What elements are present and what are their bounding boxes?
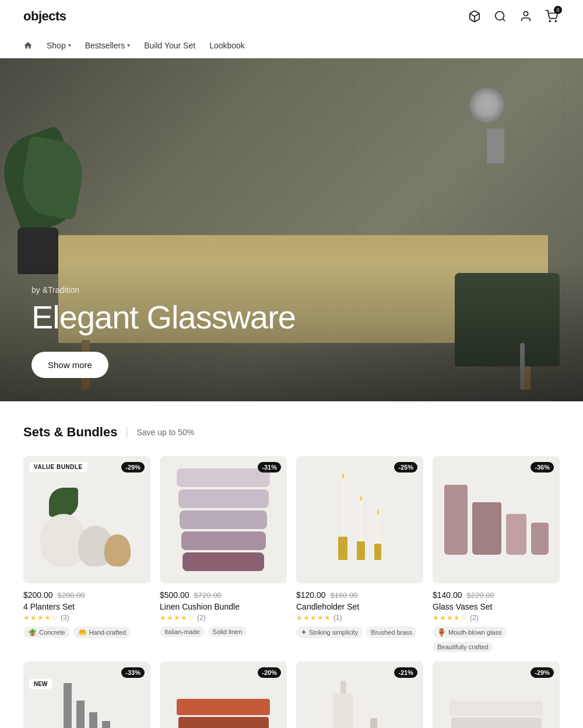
user-icon[interactable] <box>518 8 534 24</box>
nav-shop[interactable]: Shop ▾ <box>47 41 71 50</box>
navigation: Shop ▾ Bestsellers ▾ Build Your Set Look… <box>0 33 583 58</box>
bottle-short-neck <box>370 718 377 728</box>
handcrafted-icon: 🤲 <box>78 628 87 636</box>
towel-1 <box>177 699 270 715</box>
product-image-vases: -36% <box>433 456 560 583</box>
cart-icon[interactable]: 0 <box>543 8 560 24</box>
price-current-vases: $140.00 <box>433 590 462 600</box>
tag-concrete: 🪴Concrete <box>23 626 70 638</box>
product-rating-cushions: ★★★★☆ (2) <box>160 614 287 622</box>
candle-short <box>374 510 381 560</box>
product-card-cushions[interactable]: -31% $500.00 $720.00 Linen Cushion Bundl… <box>160 456 287 652</box>
cart-count: 0 <box>554 6 562 14</box>
mouthblown-icon: 🏺 <box>437 628 446 636</box>
price-row-candles: $120.00 $160.00 <box>296 590 423 600</box>
tag-simplicity: ✦Striking simplicity <box>296 626 363 638</box>
product-name-cushions: Linen Cushion Bundle <box>160 602 287 611</box>
section-divider <box>127 426 127 438</box>
candles-illustration <box>338 474 381 566</box>
cushion-3 <box>180 510 267 529</box>
candle-flame-short <box>377 510 379 514</box>
stars-candles: ★★★★★ <box>296 614 331 622</box>
product-image-candles: -25% <box>296 456 423 583</box>
taper-c3 <box>89 712 97 729</box>
new-badge-taper: NEW <box>29 679 52 689</box>
product-rating-candles: ★★★★★ (1) <box>296 614 423 622</box>
product-grid-row1: -29% VALUE BUNDLE $200.00 $280.00 4 Plan… <box>23 456 560 652</box>
logo[interactable]: objects <box>23 9 66 24</box>
cotton-towels-illustration <box>449 701 543 728</box>
simplicity-icon: ✦ <box>301 628 307 636</box>
tag-mouthblown: 🏺Mouth-blown glass <box>433 626 507 638</box>
cushion-5 <box>182 552 264 571</box>
discount-badge-cushions: -31% <box>258 462 281 473</box>
header-icons: 0 <box>466 8 560 24</box>
product-card-bottle-vases[interactable]: -21% $95.00 $120.00 Bottle Vase Set <box>296 662 423 728</box>
price-original-planters: $280.00 <box>58 591 85 600</box>
review-count-vases: (2) <box>470 614 479 622</box>
tag-beautifullycrafted: Beautifully crafted <box>433 642 493 652</box>
shop-chevron-icon: ▾ <box>68 42 71 48</box>
section-subtitle: Save up to 50% <box>136 428 194 437</box>
planters-illustration <box>34 473 139 566</box>
vase-4 <box>531 523 549 555</box>
product-card-planters[interactable]: -29% VALUE BUNDLE $200.00 $280.00 4 Plan… <box>23 456 150 652</box>
bottle-tall-wrap <box>333 681 353 728</box>
product-card-vases[interactable]: -36% $140.00 $220.00 Glass Vases Set ★★★… <box>433 456 560 652</box>
towel-2 <box>178 717 269 728</box>
svg-point-3 <box>524 12 528 16</box>
candle-flame-medium <box>360 496 362 501</box>
hero-title: Elegant Glassware <box>31 299 552 335</box>
stars-planters: ★★★★☆ <box>23 614 58 622</box>
price-current-planters: $200.00 <box>23 590 53 600</box>
tag-handcrafted: 🤲Hand-crafted <box>73 626 131 638</box>
hero-section: by &Tradition Elegant Glassware Show mor… <box>0 58 583 401</box>
review-count-planters: (3) <box>61 614 69 622</box>
review-count-candles: (1) <box>333 614 342 622</box>
product-card-taper-candles[interactable]: -33% NEW <box>23 662 150 728</box>
hero-lamp <box>478 93 513 163</box>
hero-cta-button[interactable]: Show more <box>31 352 108 378</box>
price-row-planters: $200.00 $280.00 <box>23 590 150 600</box>
tag-linen: Solid linen <box>208 626 247 637</box>
cube-icon[interactable] <box>466 8 483 24</box>
nav-bestsellers[interactable]: Bestsellers ▾ <box>85 41 130 50</box>
product-name-planters: 4 Planters Set <box>23 602 150 611</box>
vase-3 <box>506 514 526 555</box>
cushion-2 <box>178 489 269 508</box>
product-name-vases: Glass Vases Set <box>433 602 560 611</box>
product-card-candles[interactable]: -25% <box>296 456 423 652</box>
product-grid-row2: -33% NEW <box>23 662 560 728</box>
cotton-towel-1 <box>449 701 543 716</box>
product-rating-vases: ★★★★☆ (2) <box>433 614 560 622</box>
nav-build-your-set[interactable]: Build Your Set <box>144 41 195 50</box>
review-count-cushions: (2) <box>197 614 206 622</box>
candle-flame-tall <box>342 474 344 478</box>
bottle-tall-neck <box>340 681 346 694</box>
towels-illustration <box>177 699 270 728</box>
product-image-towels: -20% <box>160 662 287 728</box>
tag-italian: Italian-made <box>160 626 205 637</box>
product-tags-planters: 🪴Concrete 🤲Hand-crafted <box>23 626 150 638</box>
svg-point-5 <box>555 20 556 22</box>
stars-vases: ★★★★☆ <box>433 614 468 622</box>
cotton-towel-2 <box>451 718 542 728</box>
taper-candles-illustration <box>64 683 110 729</box>
search-icon[interactable] <box>492 8 508 24</box>
nav-home[interactable] <box>23 41 33 50</box>
tag-brass: Brushed brass <box>366 626 417 638</box>
cushion-4 <box>181 531 266 550</box>
candle-medium <box>357 496 365 560</box>
discount-badge-cotton-towels: -29% <box>531 667 554 678</box>
discount-badge-planters: -29% <box>121 462 145 473</box>
product-tags-candles: ✦Striking simplicity Brushed brass <box>296 626 423 638</box>
cushions-illustration <box>177 468 270 571</box>
product-card-cotton-towels[interactable]: -29% $110.00 $155.00 Cotton Towel Set ★★… <box>433 662 560 728</box>
product-card-towels[interactable]: -20% $80.00 $100.00 Linen Towel Bundle ★… <box>160 662 287 728</box>
discount-badge-towels: -20% <box>258 667 281 678</box>
vase-2 <box>472 502 501 555</box>
section-header: Sets & Bundles Save up to 50% <box>23 425 560 440</box>
nav-lookbook[interactable]: Lookbook <box>209 41 245 50</box>
product-image-cushions: -31% <box>160 456 287 583</box>
taper-c1 <box>64 683 72 729</box>
